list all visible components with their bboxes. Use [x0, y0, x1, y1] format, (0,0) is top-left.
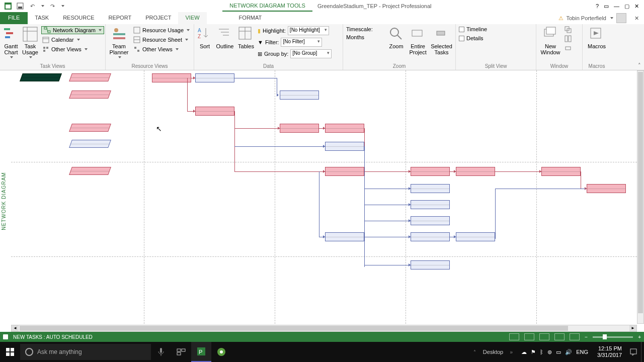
task-node[interactable] — [541, 167, 581, 176]
task-node[interactable] — [456, 232, 495, 241]
task-node[interactable] — [69, 124, 111, 132]
task-node[interactable] — [325, 142, 364, 151]
selected-tasks-button[interactable]: Selected Tasks — [431, 26, 452, 55]
network-diagram-button[interactable]: Network Diagram — [41, 26, 104, 34]
task-node[interactable] — [20, 73, 62, 81]
tab-task[interactable]: TASK — [28, 12, 56, 24]
view-resource-sheet-icon[interactable] — [554, 333, 565, 340]
undo-dropdown-icon[interactable] — [41, 5, 44, 7]
timeline-checkbox[interactable]: Timeline — [459, 26, 487, 32]
start-button[interactable] — [0, 342, 20, 362]
tab-report[interactable]: REPORT — [102, 12, 139, 24]
tray-battery-icon[interactable]: ▭ — [556, 349, 561, 355]
task-node[interactable] — [195, 73, 234, 82]
tray-onedrive-icon[interactable]: ☁ — [521, 349, 527, 355]
taskbar-search[interactable]: Ask me anything — [20, 344, 151, 360]
task-node[interactable] — [69, 167, 111, 175]
zoom-slider[interactable] — [593, 336, 633, 338]
filter-combo[interactable]: [No Filter] — [281, 38, 322, 47]
task-node[interactable] — [456, 167, 495, 176]
taskbar-clock[interactable]: 12:15 PM 3/31/2017 — [593, 345, 626, 358]
switch-windows-icon[interactable] — [565, 26, 572, 33]
app-close-icon[interactable]: ✕ — [634, 15, 639, 22]
task-node[interactable] — [411, 216, 450, 225]
tab-file[interactable]: FILE — [0, 12, 28, 24]
ribbon-display-icon[interactable]: ▭ — [604, 3, 609, 10]
task-node[interactable] — [69, 90, 111, 99]
task-node[interactable] — [195, 107, 234, 116]
entire-project-button[interactable]: Entire Project — [408, 26, 428, 55]
team-planner-button[interactable]: Team Planner — [109, 26, 129, 58]
details-checkbox[interactable]: Details — [459, 35, 487, 41]
task-node[interactable] — [280, 90, 319, 100]
group-combo[interactable]: [No Group] — [290, 49, 332, 58]
close-icon[interactable]: ✕ — [634, 3, 639, 10]
help-icon[interactable]: ? — [596, 3, 599, 10]
task-node[interactable] — [411, 184, 450, 193]
save-icon[interactable] — [16, 2, 24, 10]
user-avatar[interactable] — [616, 13, 626, 23]
mic-icon[interactable] — [151, 342, 171, 362]
tab-project[interactable]: PROJECT — [138, 12, 178, 24]
task-node[interactable] — [280, 124, 319, 133]
minimize-icon[interactable]: — — [614, 3, 619, 10]
action-center-icon[interactable] — [626, 342, 641, 362]
collapse-ribbon-icon[interactable]: ˄ — [638, 62, 641, 69]
tray-expand-icon[interactable]: » — [506, 342, 516, 362]
view-gantt-icon[interactable] — [509, 333, 519, 340]
undo-button[interactable]: ↶ — [28, 2, 36, 10]
qat-customize-icon[interactable] — [61, 5, 64, 7]
maximize-icon[interactable]: ▢ — [624, 3, 629, 10]
calendar-button[interactable]: Calendar — [41, 36, 104, 44]
other-resource-views-button[interactable]: Other Views — [132, 45, 191, 53]
task-node[interactable] — [69, 140, 111, 148]
desktop-toolbar[interactable]: Desktop — [480, 349, 506, 355]
scroll-left-icon[interactable]: ◄ — [12, 325, 19, 331]
new-window-button[interactable]: New Window — [539, 26, 561, 55]
tray-bluetooth-icon[interactable]: ᛒ — [540, 349, 543, 355]
task-node[interactable] — [411, 232, 450, 241]
task-usage-button[interactable]: Task Usage — [22, 26, 38, 58]
resource-sheet-button[interactable]: Resource Sheet — [132, 36, 191, 44]
task-view-icon[interactable] — [171, 342, 191, 362]
user-dropdown-icon[interactable] — [610, 17, 613, 19]
hscroll-thumb[interactable] — [20, 326, 568, 331]
macros-button[interactable]: Macros — [586, 26, 608, 49]
task-node[interactable] — [411, 167, 450, 176]
zoom-in-icon[interactable]: + — [638, 334, 641, 340]
scroll-up-icon[interactable]: ˄ — [470, 342, 480, 362]
network-diagram-canvas[interactable]: ↖ — [11, 70, 637, 324]
task-node[interactable] — [587, 184, 626, 193]
task-node[interactable] — [411, 260, 450, 269]
view-team-planner-icon[interactable] — [539, 333, 549, 340]
view-task-usage-icon[interactable] — [524, 333, 534, 340]
other-task-views-button[interactable]: Other Views — [41, 45, 104, 53]
scroll-right-icon[interactable]: ► — [629, 325, 636, 331]
tray-security-icon[interactable]: ⚑ — [531, 349, 536, 355]
tray-network-icon[interactable]: ⊚ — [547, 349, 552, 355]
redo-button[interactable]: ↷ — [48, 2, 56, 10]
zoom-button[interactable]: Zoom — [387, 26, 405, 49]
gantt-chart-button[interactable]: Gantt Chart — [3, 26, 19, 58]
hide-window-icon[interactable] — [565, 44, 572, 51]
tab-format[interactable]: FORMAT — [232, 12, 269, 24]
tray-lang[interactable]: ENG — [576, 349, 588, 355]
horizontal-scrollbar[interactable]: ◄ ► — [11, 325, 637, 332]
task-node[interactable] — [69, 73, 111, 81]
vscroll-thumb[interactable] — [638, 72, 643, 313]
task-node[interactable] — [325, 232, 364, 241]
show-desktop-button[interactable] — [641, 342, 644, 362]
task-node[interactable] — [411, 200, 450, 209]
tab-view[interactable]: VIEW — [178, 12, 206, 24]
taskbar-app-camtasia[interactable] — [211, 342, 231, 362]
tab-resource[interactable]: RESOURCE — [56, 12, 101, 24]
outline-button[interactable]: Outline — [215, 26, 234, 49]
vertical-scrollbar[interactable] — [637, 70, 644, 324]
sort-button[interactable]: AZSort — [197, 26, 212, 49]
view-report-icon[interactable] — [570, 333, 580, 340]
task-node[interactable] — [152, 73, 191, 82]
zoom-out-icon[interactable]: − — [585, 334, 588, 340]
tables-button[interactable]: Tables — [237, 26, 255, 49]
arrange-all-icon[interactable] — [565, 35, 572, 42]
user-name[interactable]: Tobin Porterfield — [567, 15, 607, 21]
